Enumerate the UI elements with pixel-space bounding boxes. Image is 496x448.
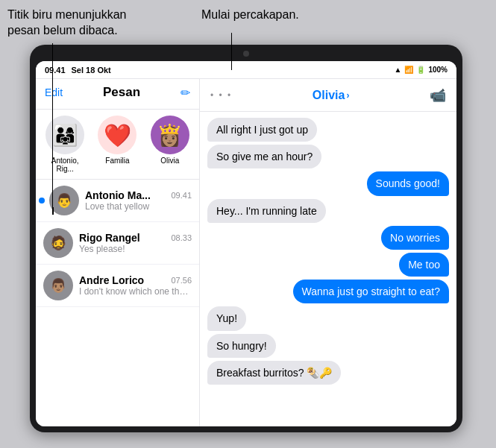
conv-name-rigo: Rigo Rangel (79, 232, 140, 244)
conv-item-andre[interactable]: 👨🏽 Andre Lorico 07.56 I don't know which… (36, 265, 199, 307)
messages-scroll[interactable]: All right I just got up So give me an ho… (200, 112, 456, 426)
conv-avatar-antonio: 👨 (49, 186, 79, 215)
annotation-compose: Mulai percakapan. (201, 7, 299, 23)
annotation-blue-dot: Titik biru menunjukkan pesan belum dibac… (7, 7, 126, 39)
chevron-right-icon: › (346, 90, 349, 101)
conv-time-antonio: 09.41 (171, 191, 192, 200)
annotation-line-compose (231, 33, 232, 70)
conv-name-row-rigo: Rigo Rangel 08.33 (79, 232, 192, 244)
status-bar-left: 09.41 Sel 18 Okt (45, 66, 111, 75)
pinned-label-familia: Familia (105, 157, 129, 165)
chat-video-button[interactable]: 📹 (430, 87, 446, 104)
status-time: 09.41 (45, 66, 66, 75)
chat-area: • • • Olivia › 📹 All right I just got up (200, 79, 456, 426)
status-bar: 09.41 Sel 18 Okt ▲ 📶 🔋 100% (36, 61, 456, 79)
annotation-line-blue-dot-h (52, 207, 54, 215)
conv-item-antonio[interactable]: 👨 Antonio Ma... 09.41 Love that yellow (36, 180, 199, 222)
pinned-row: 👨‍👩‍👧 Antonio, Rig... ❤️ Familia 👸🏽 (36, 110, 199, 180)
pinned-label-olivia: Olivia (160, 157, 179, 165)
conv-time-rigo: 08.33 (171, 233, 192, 242)
main-content: Edit Pesan ✏ 👨‍👩‍👧 Antonio, Rig... (36, 79, 456, 426)
conversation-list: 👨 Antonio Ma... 09.41 Love that yellow (36, 180, 199, 426)
conv-avatar-andre: 👨🏽 (43, 271, 73, 300)
pinned-item-antonio[interactable]: 👨‍👩‍👧 Antonio, Rig... (43, 116, 87, 173)
status-bar-right: ▲ 📶 🔋 100% (395, 66, 448, 74)
camera-dot (243, 51, 249, 57)
message-m10: Breakfast burritos? 🌯🔑 (207, 361, 341, 385)
message-m8: Yup! (207, 306, 246, 330)
sidebar: Edit Pesan ✏ 👨‍👩‍👧 Antonio, Rig... (36, 79, 200, 426)
sidebar-header-top: Edit Pesan ✏ (45, 85, 190, 100)
conv-name-andre: Andre Lorico (79, 274, 144, 286)
battery-label: 100% (428, 66, 448, 74)
message-m3: Sounds good! (367, 171, 449, 195)
conv-details-andre: Andre Lorico 07.56 I don't know which on… (79, 274, 192, 297)
message-m6: Me too (399, 253, 449, 277)
unread-dot (39, 198, 45, 204)
ipad-frame: 09.41 Sel 18 Okt ▲ 📶 🔋 100% Edit Pesan ✏ (30, 45, 462, 432)
conv-name-row: Antonio Ma... 09.41 (85, 189, 192, 201)
conv-details-rigo: Rigo Rangel 08.33 Yes please! (79, 232, 192, 254)
conv-name-antonio: Antonio Ma... (85, 189, 151, 201)
edit-button[interactable]: Edit (45, 86, 63, 98)
message-m5: No worries (381, 226, 449, 250)
compose-button[interactable]: ✏ (180, 86, 190, 100)
conv-time-andre: 07.56 (171, 276, 192, 285)
conv-item-rigo[interactable]: 🧔 Rigo Rangel 08.33 Yes please! (36, 222, 199, 265)
annotation-line-blue-dot (52, 43, 53, 207)
chat-contact-name: Olivia (313, 89, 345, 102)
conv-preview-rigo: Yes please! (79, 244, 192, 254)
pinned-item-familia[interactable]: ❤️ Familia (95, 116, 139, 173)
conv-details-antonio: Antonio Ma... 09.41 Love that yellow (85, 189, 192, 212)
pinned-avatar-olivia: 👸🏽 (151, 116, 189, 154)
pinned-label-antonio: Antonio, Rig... (43, 157, 87, 173)
pinned-avatar-antonio: 👨‍👩‍👧 (45, 116, 84, 154)
conv-preview-antonio: Love that yellow (85, 201, 192, 212)
signal-icon: ▲ (395, 66, 402, 74)
battery-icon: 🔋 (416, 66, 425, 74)
conv-avatar-rigo: 🧔 (43, 228, 73, 258)
conv-preview-andre: I don't know which one that is (79, 286, 192, 297)
message-m7: Wanna just go straight to eat? (293, 280, 449, 303)
message-m9: So hungry! (207, 334, 276, 358)
message-m4: Hey... I'm running late (207, 199, 326, 223)
sidebar-title: Pesan (63, 85, 180, 100)
pinned-avatar-familia: ❤️ (98, 116, 136, 154)
chat-header-title[interactable]: Olivia › (313, 89, 350, 102)
wifi-icon: 📶 (404, 66, 413, 74)
message-m2: So give me an hour? (207, 145, 321, 168)
pinned-item-olivia[interactable]: 👸🏽 Olivia (148, 116, 192, 173)
message-m1: All right I just got up (207, 118, 317, 142)
chat-header: • • • Olivia › 📹 (200, 79, 456, 112)
sidebar-header: Edit Pesan ✏ (36, 79, 199, 110)
chat-dots: • • • (210, 90, 232, 101)
status-date: Sel 18 Okt (72, 66, 111, 75)
ipad-screen: 09.41 Sel 18 Okt ▲ 📶 🔋 100% Edit Pesan ✏ (36, 61, 456, 426)
conv-name-row-andre: Andre Lorico 07.56 (79, 274, 192, 286)
